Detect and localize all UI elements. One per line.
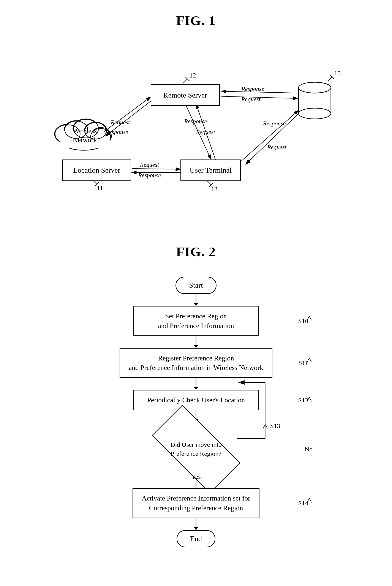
user-terminal-label: User Terminal xyxy=(190,166,232,174)
svg-line-62 xyxy=(307,397,309,402)
fc-s12-text: Periodically Check User's Location xyxy=(147,396,245,404)
fc-arrow-5 xyxy=(66,518,326,530)
svg-text:Response: Response xyxy=(263,120,286,127)
fc-diamond-text: Did User move into Preference Region? xyxy=(166,440,226,458)
fc-yes-row: Yes xyxy=(66,473,326,488)
svg-text:10: 10 xyxy=(334,70,341,76)
svg-line-55 xyxy=(309,316,312,320)
svg-line-41 xyxy=(196,104,216,160)
fc-s11-row: Register Preference Regionand Preference… xyxy=(66,348,326,378)
svg-marker-73 xyxy=(194,527,198,530)
svg-marker-61 xyxy=(194,387,198,390)
user-terminal-box: User Terminal xyxy=(180,160,241,181)
s12-tick xyxy=(306,396,312,402)
svg-line-24 xyxy=(185,77,190,81)
svg-point-19 xyxy=(298,82,331,93)
svg-line-71 xyxy=(309,498,312,502)
svg-text:Request: Request xyxy=(140,162,159,168)
fc-s13-q2: Preference Region? xyxy=(170,450,222,457)
s14-tick xyxy=(306,497,312,504)
svg-point-15 xyxy=(298,82,331,93)
svg-text:Request: Request xyxy=(267,144,287,150)
svg-line-21 xyxy=(330,75,334,79)
fc-arrow-3 xyxy=(66,378,326,390)
fig1-title: FIG. 1 xyxy=(22,13,370,28)
svg-line-40 xyxy=(185,104,211,160)
svg-text:Response: Response xyxy=(241,86,264,92)
svg-line-63 xyxy=(309,397,312,402)
loop-arrow-svg xyxy=(321,374,364,503)
fc-s12-box: Periodically Check User's Location xyxy=(134,390,258,410)
fc-s12-row: Periodically Check User's Location S12 xyxy=(66,390,326,410)
svg-line-59 xyxy=(309,358,312,362)
svg-line-33 xyxy=(105,101,151,136)
svg-text:Response: Response xyxy=(105,129,128,135)
fc-s11-box: Register Preference Regionand Preference… xyxy=(120,348,273,378)
svg-text:Request: Request xyxy=(241,96,261,102)
svg-line-44 xyxy=(241,110,298,161)
svg-text:Response: Response xyxy=(184,118,207,124)
svg-marker-57 xyxy=(194,345,198,348)
svg-line-37 xyxy=(222,91,298,93)
svg-line-36 xyxy=(221,96,298,98)
fc-arrow-2 xyxy=(66,336,326,348)
svg-marker-53 xyxy=(194,303,198,306)
svg-text:11: 11 xyxy=(97,184,103,192)
svg-text:Response: Response xyxy=(138,172,161,178)
fc-s10-row: Set Preference Regionand Preference Info… xyxy=(66,306,326,336)
fc-s14-text: Activate Preference Information set forC… xyxy=(142,494,250,512)
svg-line-32 xyxy=(104,97,151,132)
svg-line-30 xyxy=(209,182,213,187)
remote-server-label: Remote Server xyxy=(164,91,207,99)
fc-start-row: Start xyxy=(66,277,326,294)
fc-s14-box: Activate Preference Information set forC… xyxy=(132,488,260,518)
svg-line-20 xyxy=(328,77,332,81)
svg-line-45 xyxy=(246,114,298,164)
fig1-diagram: 10 12 11 13 Request Response xyxy=(34,41,358,218)
fc-end-box: End xyxy=(176,530,216,547)
svg-line-27 xyxy=(94,182,99,186)
location-server-label: Location Server xyxy=(73,166,120,174)
svg-line-29 xyxy=(207,180,211,185)
svg-line-54 xyxy=(307,316,309,320)
fc-s13-diamond: Did User move into Preference Region? xyxy=(148,426,244,473)
fc-s11-text: Register Preference Regionand Preference… xyxy=(129,354,263,372)
fc-s14-row: Activate Preference Information set forC… xyxy=(66,488,326,518)
fc-yes-label: Yes xyxy=(191,473,201,480)
remote-server-box: Remote Server xyxy=(151,84,220,106)
svg-point-18 xyxy=(298,108,331,119)
svg-line-58 xyxy=(307,358,309,362)
fc-arrow-1 xyxy=(66,294,326,306)
svg-text:Request: Request xyxy=(196,129,216,135)
fc-s10-box: Set Preference Regionand Preference Info… xyxy=(134,306,258,336)
svg-text:12: 12 xyxy=(190,72,196,79)
fc-s10-text: Set Preference Regionand Preference Info… xyxy=(158,312,234,330)
page: FIG. 1 xyxy=(0,0,392,560)
svg-text:13: 13 xyxy=(211,186,218,192)
fc-s13-diamond-row: Did User move into Preference Region? No xyxy=(66,426,326,473)
fc-start-box: Start xyxy=(176,277,216,294)
fc-no-label: No xyxy=(304,446,312,453)
svg-line-70 xyxy=(307,498,309,502)
fig2-flowchart: Start Set Preference Regionand Preferenc… xyxy=(66,277,326,547)
fc-end-row: End xyxy=(66,530,326,547)
location-server-box: Location Server xyxy=(62,160,131,181)
fc-s13-q1: Did User move into xyxy=(170,441,222,448)
svg-text:Request: Request xyxy=(110,119,130,126)
svg-line-23 xyxy=(183,79,187,83)
wireless-network-label: WirelessNetwork xyxy=(62,126,108,144)
svg-line-48 xyxy=(132,168,180,169)
s11-tick xyxy=(306,357,312,363)
fig2-title: FIG. 2 xyxy=(22,244,370,260)
s10-tick xyxy=(306,315,312,322)
